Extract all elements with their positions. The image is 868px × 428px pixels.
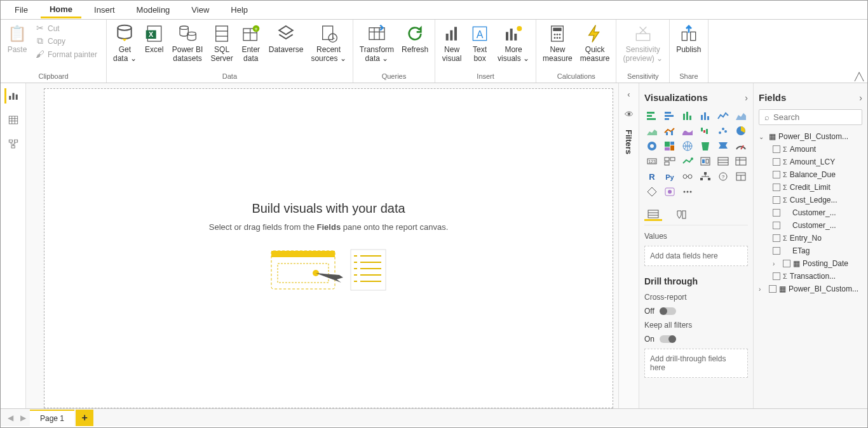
add-page-button[interactable]: +: [76, 410, 93, 426]
viz-clustered-column[interactable]: [698, 109, 713, 122]
viz-kpi[interactable]: [680, 155, 695, 168]
quick-measure-button[interactable]: Quick measure: [578, 22, 613, 65]
data-view-button[interactable]: [6, 112, 21, 128]
filters-pane-collapsed[interactable]: ‹ 👁 Filters: [618, 83, 639, 408]
quick-icon: [585, 23, 605, 44]
viz-map[interactable]: [680, 140, 695, 152]
transform-data-button[interactable]: Transform data ⌄: [357, 22, 397, 65]
field-0-1[interactable]: ΣAmount_LCY: [759, 156, 862, 168]
field-0-9[interactable]: ›▦Posting_Date: [759, 257, 862, 270]
viz-stacked-bar[interactable]: [644, 109, 660, 122]
more-visuals-button[interactable]: More visuals ⌄: [495, 22, 532, 65]
paste-button[interactable]: 📋 Paste: [4, 22, 30, 55]
viz-slicer[interactable]: [698, 155, 713, 168]
sensitivity-button[interactable]: Sensitivity (preview) ⌄: [620, 22, 665, 65]
publish-button[interactable]: Publish: [674, 22, 703, 55]
new-visual-button[interactable]: New visual: [439, 22, 465, 65]
new-measure-button[interactable]: New measure: [540, 22, 575, 65]
chevron-right-icon[interactable]: ›: [859, 93, 862, 103]
viz-filled-map[interactable]: [698, 140, 713, 152]
viz-card[interactable]: 123: [644, 155, 660, 168]
field-0-6[interactable]: Customer_...: [759, 219, 862, 232]
viz-ribbon[interactable]: [680, 124, 695, 137]
viz-decomposition[interactable]: [698, 170, 713, 183]
values-dropzone[interactable]: Add data fields here: [644, 246, 748, 266]
viz-donut[interactable]: [644, 140, 660, 152]
ribbon-collapse-button[interactable]: ╱╲: [855, 72, 864, 81]
table-plus-icon: +: [241, 23, 261, 44]
chevron-right-icon[interactable]: ›: [745, 93, 748, 103]
viz-key-influencers[interactable]: [680, 170, 695, 183]
viz-table[interactable]: [715, 155, 731, 168]
drillthrough-dropzone[interactable]: Add drill-through fields here: [644, 349, 748, 378]
recent-sources-button[interactable]: Recent sources ⌄: [308, 22, 348, 65]
model-view-button[interactable]: [6, 137, 21, 152]
table-0[interactable]: ⌄▦Power_BI_Custom...: [759, 130, 862, 143]
report-canvas[interactable]: Build visuals with your data Select or d…: [44, 88, 613, 408]
cut-button[interactable]: ✂Cut: [32, 22, 102, 34]
viz-funnel[interactable]: [715, 140, 731, 152]
menu-modeling[interactable]: Modeling: [128, 3, 179, 17]
menu-insert[interactable]: Insert: [85, 3, 124, 17]
viz-py-visual[interactable]: Py: [662, 170, 677, 183]
viz-line[interactable]: [715, 109, 731, 122]
refresh-button[interactable]: Refresh: [399, 22, 431, 55]
svg-text:R: R: [649, 172, 655, 182]
viz-multi-card[interactable]: [662, 155, 677, 168]
dataverse-button[interactable]: Dataverse: [266, 22, 306, 55]
viz-power-apps[interactable]: [662, 185, 677, 198]
page-tab-1[interactable]: Page 1: [30, 410, 74, 426]
viz-area[interactable]: [733, 109, 749, 122]
dataverse-icon: [276, 23, 296, 44]
format-tab-icon[interactable]: [672, 208, 690, 221]
viz-treemap[interactable]: [662, 140, 677, 152]
excel-button[interactable]: XExcel: [142, 22, 167, 55]
field-0-0[interactable]: ΣAmount: [759, 143, 862, 156]
viz-r-visual[interactable]: R: [644, 170, 660, 183]
viz-paginated[interactable]: [733, 170, 749, 183]
fields-search[interactable]: ⌕: [759, 109, 862, 125]
keep-filters-label: Keep all filters: [644, 318, 748, 332]
enter-data-button[interactable]: +Enter data: [238, 22, 264, 65]
field-0-4[interactable]: ΣCust_Ledge...: [759, 194, 862, 206]
sql-server-button[interactable]: SQL Server: [208, 22, 235, 65]
svg-rect-116: [700, 178, 703, 180]
field-0-10[interactable]: ΣTransaction...: [759, 270, 862, 283]
menu-help[interactable]: Help: [222, 3, 257, 17]
get-data-button[interactable]: Get data ⌄: [111, 22, 139, 65]
viz-stacked-column[interactable]: [680, 109, 695, 122]
sql-icon: [212, 23, 232, 44]
pbi-datasets-button[interactable]: Power BI datasets: [170, 22, 206, 65]
field-0-5[interactable]: Customer_...: [759, 206, 862, 219]
viz-matrix[interactable]: [733, 155, 749, 168]
viz-gauge[interactable]: [733, 140, 749, 152]
format-painter-button[interactable]: 🖌Format painter: [32, 48, 102, 60]
field-0-7[interactable]: ΣEntry_No: [759, 232, 862, 244]
fields-tab-icon[interactable]: [644, 208, 662, 221]
copy-button[interactable]: ⧉Copy: [32, 35, 102, 46]
menu-file[interactable]: File: [6, 3, 37, 17]
viz-line-column[interactable]: [662, 124, 677, 137]
page-next-button[interactable]: ▶: [17, 413, 29, 422]
search-input[interactable]: [773, 112, 867, 122]
viz-qa[interactable]: ?: [715, 170, 731, 183]
text-box-button[interactable]: AText box: [467, 22, 492, 65]
cross-report-toggle[interactable]: [660, 307, 676, 315]
svg-point-82: [724, 130, 727, 133]
field-0-2[interactable]: ΣBalance_Due: [759, 168, 862, 181]
menu-home[interactable]: Home: [41, 2, 81, 18]
viz-pie[interactable]: [733, 124, 749, 137]
keep-filters-toggle[interactable]: [660, 335, 676, 343]
field-0-8[interactable]: ETag: [759, 244, 862, 257]
viz-clustered-bar[interactable]: [662, 109, 677, 122]
field-0-3[interactable]: ΣCredit_Limit: [759, 181, 862, 194]
viz-waterfall[interactable]: [698, 124, 713, 137]
table-1[interactable]: ›▦Power_BI_Custom...: [759, 283, 862, 295]
viz-more[interactable]: [680, 185, 695, 198]
viz-stacked-area[interactable]: [644, 124, 660, 137]
page-prev-button[interactable]: ◀: [4, 413, 16, 422]
viz-scatter[interactable]: [715, 124, 731, 137]
viz-arcgis[interactable]: [644, 185, 660, 198]
report-view-button[interactable]: [4, 88, 20, 104]
menu-view[interactable]: View: [182, 3, 218, 17]
